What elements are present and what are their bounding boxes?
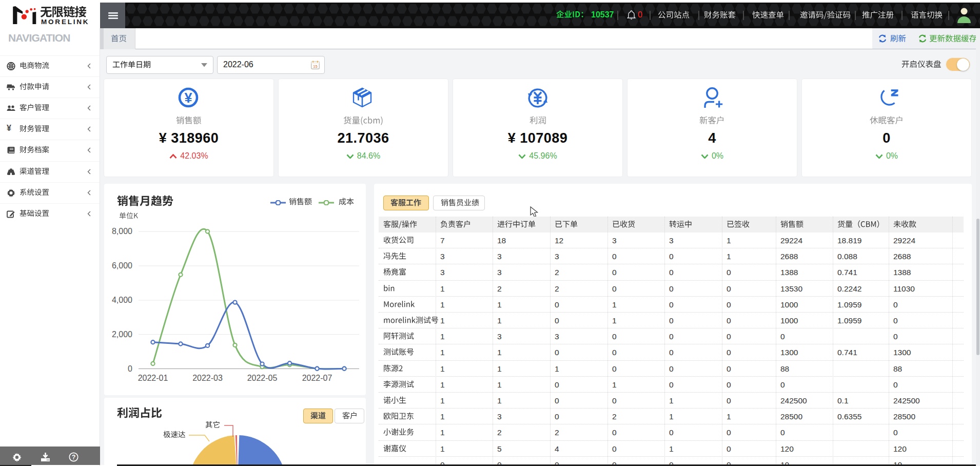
svg-text:¥: ¥ bbox=[184, 90, 192, 106]
svg-text:15: 15 bbox=[313, 64, 317, 69]
svg-text:?: ? bbox=[72, 454, 76, 461]
